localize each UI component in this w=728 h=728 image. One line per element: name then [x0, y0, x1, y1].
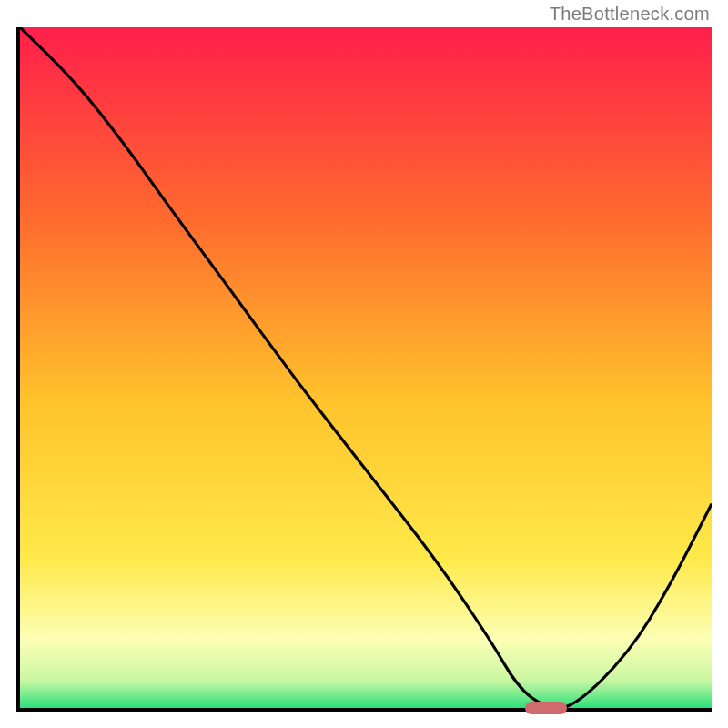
axes-frame: [16, 27, 712, 712]
optimal-marker: [525, 702, 567, 714]
watermark-text: TheBottleneck.com: [550, 4, 710, 25]
